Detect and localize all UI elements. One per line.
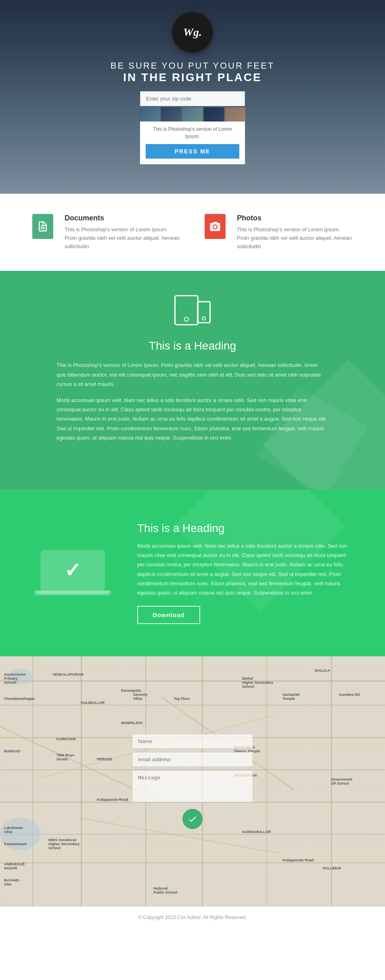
map-label-5: NALLILA xyxy=(315,668,331,672)
hero-card-text: This is Photoshop's version of Lorem Ips… xyxy=(146,126,239,140)
map-label-25: PALLIMUK xyxy=(323,866,341,870)
hero-tagline: BE SURE YOU PUT YOUR FEET IN THE RIGHT P… xyxy=(111,61,274,84)
hero-section: Wg. BE SURE YOU PUT YOUR FEET IN THE RIG… xyxy=(0,0,385,194)
green-section-1: This is a Heading This is Photoshop's ve… xyxy=(0,271,385,489)
hero-search-container: This is Photoshop's version of Lorem Ips… xyxy=(140,91,245,164)
features-section: Documents This is Photoshop's version of… xyxy=(0,194,385,271)
thumbnail-1 xyxy=(140,107,160,121)
green-section-2: ✓ This is a Heading Morbi accumsan ipsum… xyxy=(0,490,385,656)
thumbnail-3 xyxy=(182,107,203,121)
map-label-15: TBM BoysHostel xyxy=(56,753,74,761)
contact-form xyxy=(132,734,253,829)
map-label-23: KANNAMULLOR xyxy=(242,830,271,834)
tagline-line2: IN THE RIGHT PLACE xyxy=(111,71,274,84)
logo-text: Wg. xyxy=(183,26,202,39)
laptop-body: ✓ xyxy=(40,550,105,591)
document-icon xyxy=(32,214,53,239)
doc-svg xyxy=(37,220,49,232)
submit-check-icon xyxy=(188,814,197,824)
map-label-16: PERODE xyxy=(97,757,112,761)
press-me-button[interactable]: PRESS ME xyxy=(146,144,239,159)
section2-body: Morbi accumsan ipsum velit. Nam nec tell… xyxy=(137,541,353,598)
map-label-7: KULIMULLUR xyxy=(81,701,105,705)
contact-submit-button[interactable] xyxy=(182,809,203,829)
contact-message-input[interactable] xyxy=(132,770,253,802)
photos-title: Photos xyxy=(237,214,353,222)
hero-card: This is Photoshop's version of Lorem Ips… xyxy=(140,121,245,164)
thumbnail-4 xyxy=(204,107,224,121)
download-button[interactable]: Download xyxy=(137,606,200,624)
map-label-27: ANBUKKUENADAR xyxy=(4,862,25,870)
section1-body: This is Photoshop's version of Lorem Ips… xyxy=(56,360,329,442)
section2-content: This is a Heading Morbi accumsan ipsum v… xyxy=(137,522,353,624)
map-label-26: Kannammam xyxy=(4,842,27,846)
photos-body: This is Photoshop's version of Lorem Ips… xyxy=(237,226,353,251)
map-label-11: Kundara Rd xyxy=(339,693,360,697)
footer-copyright: © Copyright 2013 Css Author. All Rights … xyxy=(138,915,247,920)
thumbnail-2 xyxy=(161,107,181,121)
map-label-1: GovernmentPrimarySchool xyxy=(4,672,25,685)
contact-name-input[interactable] xyxy=(132,734,253,749)
map-label-10: ZachariahTemple xyxy=(282,693,300,701)
checkmark-big: ✓ xyxy=(64,559,81,582)
photos-icon-wrapper xyxy=(205,214,229,242)
camera-icon xyxy=(205,214,226,239)
map-label-4: BethelHigher SecondarySchool xyxy=(242,676,273,689)
map-label-6: Chandanashoppe xyxy=(4,697,35,701)
map-label-28: BAYANE-VNA xyxy=(4,878,20,886)
documents-body: This is Photoshop's version of Lorem Ips… xyxy=(65,226,180,251)
photos-content: Photos This is Photoshop's version of Lo… xyxy=(237,214,353,251)
cam-svg xyxy=(209,220,221,232)
tagline-line1: BE SURE YOU PUT YOUR FEET xyxy=(111,61,274,71)
map-section: GovernmentPrimarySchool VENKALAPURAM Per… xyxy=(0,656,385,907)
documents-title: Documents xyxy=(65,214,180,222)
section2-heading: This is a Heading xyxy=(137,522,353,535)
map-label-14: MANGAD xyxy=(4,749,21,753)
documents-content: Documents This is Photoshop's version of… xyxy=(65,214,180,251)
map-label-20: Kulappuram Road xyxy=(97,798,128,802)
tablet-shape xyxy=(174,295,199,325)
map-label-21: LakshmamVilse xyxy=(4,826,23,834)
documents-icon-wrapper xyxy=(32,214,56,242)
map-label-29: NationalPublic School xyxy=(153,886,178,894)
thumbnail-5 xyxy=(225,107,245,121)
map-label-19: GovernmentUP School xyxy=(331,777,352,785)
devices-icon xyxy=(172,295,213,327)
map-label-3: Perumpulta xyxy=(121,689,141,693)
section1-para1: This is Photoshop's version of Lorem Ips… xyxy=(56,360,329,389)
phone-shape xyxy=(197,301,211,323)
map-label-9: Top Floor xyxy=(174,697,190,701)
map-label-24: Kulappuram Road xyxy=(282,858,314,862)
section1-heading: This is a Heading xyxy=(56,339,329,352)
thumbnail-strip xyxy=(140,107,245,121)
laptop-check-icon: ✓ xyxy=(32,550,113,595)
map-label-12: MAMPILZHA xyxy=(121,721,143,725)
zip-code-input[interactable] xyxy=(140,91,245,106)
feature-photos: Photos This is Photoshop's version of Lo… xyxy=(205,214,353,251)
contact-email-input[interactable] xyxy=(132,752,253,767)
map-label-22: MWS VocationalHigher SecondarySchool xyxy=(48,838,80,850)
section1-para2: Morbi accumsan ipsum velit. Nam nec tell… xyxy=(56,396,329,443)
logo: Wg. xyxy=(172,12,213,52)
map-label-8: SerenityVillas xyxy=(133,693,148,701)
feature-documents: Documents This is Photoshop's version of… xyxy=(32,214,180,251)
map-label-2: VENKALAPURAM xyxy=(52,672,84,676)
footer: © Copyright 2013 Css Author. All Rights … xyxy=(0,907,385,927)
map-label-13: KARICODE xyxy=(56,737,76,741)
